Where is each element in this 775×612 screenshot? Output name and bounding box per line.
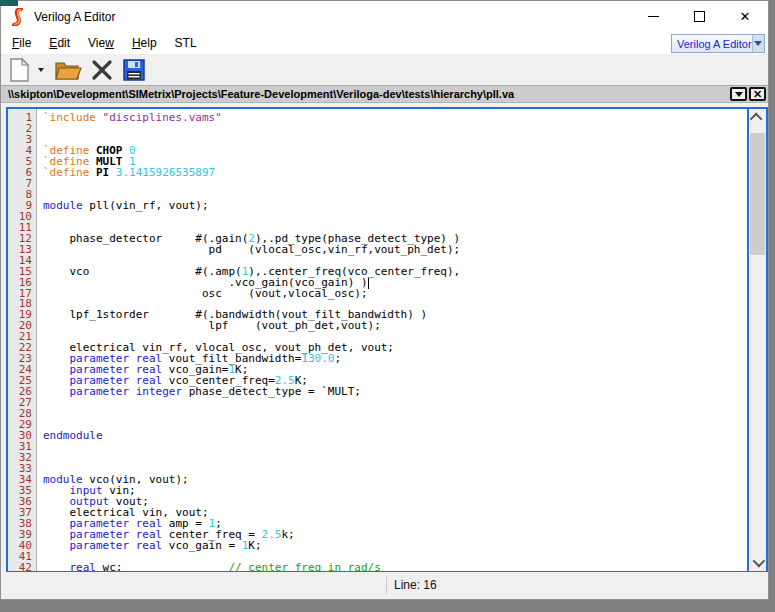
code-line-4[interactable]: `define CHOP 0 xyxy=(43,146,747,157)
minimize-icon xyxy=(648,16,659,17)
save-file-button[interactable] xyxy=(120,56,148,84)
maximize-button[interactable] xyxy=(676,1,722,32)
code-line-40[interactable]: parameter real vco_gain = 1K; xyxy=(43,541,747,552)
code-line-29[interactable] xyxy=(43,420,747,431)
status-bar: Line: 16 xyxy=(1,572,768,599)
code-line-7[interactable] xyxy=(43,179,747,190)
chevron-down-icon xyxy=(753,555,766,568)
minimize-button[interactable] xyxy=(630,1,676,32)
close-button[interactable]: ✕ xyxy=(722,1,768,32)
menu-help[interactable]: Help xyxy=(123,33,166,53)
vertical-scrollbar[interactable] xyxy=(747,109,766,571)
code-line-28[interactable] xyxy=(43,409,747,420)
code-line-6[interactable]: `define PI 3.1415926535897 xyxy=(43,168,747,179)
line-number-gutter: 1234567891011121314151617181920212223242… xyxy=(8,109,37,571)
code-content[interactable]: `include "disciplines.vams"`define CHOP … xyxy=(37,109,747,571)
tab-list-button[interactable] xyxy=(730,87,747,101)
scrollbar-thumb[interactable] xyxy=(750,133,765,255)
menu-bar: FileEditViewHelpSTL xyxy=(1,32,768,54)
scroll-down-button[interactable] xyxy=(749,554,766,571)
menu-view[interactable]: View xyxy=(79,33,123,53)
title-bar[interactable]: Verilog A Editor ✕ xyxy=(1,1,768,32)
app-window: Verilog A Editor ✕ FileEditViewHelpSTL V… xyxy=(0,0,769,600)
code-line-32[interactable] xyxy=(43,453,747,464)
file-tab-bar: \\skipton\Development\SIMetrix\Projects\… xyxy=(1,85,768,103)
tab-close-button[interactable]: ✕ xyxy=(749,87,766,101)
close-file-button[interactable] xyxy=(88,56,116,84)
menu-bar-items: FileEditViewHelpSTL xyxy=(3,33,206,53)
code-line-27[interactable] xyxy=(43,398,747,409)
scroll-up-button[interactable] xyxy=(749,109,766,126)
open-file-button[interactable] xyxy=(52,56,84,84)
tab-close-icon: ✕ xyxy=(753,89,762,100)
code-line-9[interactable]: module pll(vin_rf, vout); xyxy=(43,201,747,212)
menu-file[interactable]: File xyxy=(3,33,40,53)
code-line-13[interactable]: pd (vlocal_osc,vin_rf,vout_ph_det); xyxy=(43,245,747,256)
document-type-select[interactable]: Verilog A Editor xyxy=(671,34,765,53)
code-line-30[interactable]: endmodule xyxy=(43,431,747,442)
file-path[interactable]: \\skipton\Development\SIMetrix\Projects\… xyxy=(1,88,730,100)
window-title: Verilog A Editor xyxy=(34,10,115,24)
code-line-10[interactable] xyxy=(43,212,747,223)
code-editor: 1234567891011121314151617181920212223242… xyxy=(6,107,768,573)
open-file-icon xyxy=(54,58,82,82)
new-file-icon xyxy=(9,58,30,82)
tab-dropdown-icon xyxy=(735,92,743,97)
close-file-icon xyxy=(90,58,114,82)
new-file-dropdown[interactable] xyxy=(36,56,46,84)
line-indicator: Line: 16 xyxy=(394,578,437,592)
code-line-42[interactable]: real wc; // center freq in rad/s xyxy=(43,563,747,571)
code-line-34[interactable]: module vco(vin, vout); xyxy=(43,475,747,486)
toolbar xyxy=(1,54,768,85)
menu-edit[interactable]: Edit xyxy=(40,33,79,53)
app-logo-icon xyxy=(10,8,26,26)
new-file-button[interactable] xyxy=(7,56,32,84)
maximize-icon xyxy=(694,11,705,22)
code-line-26[interactable]: parameter integer phase_detect_type = `M… xyxy=(43,387,747,398)
chevron-up-icon xyxy=(750,113,763,126)
document-type-label: Verilog A Editor xyxy=(672,38,752,50)
text-caret xyxy=(368,278,369,289)
menu-stl[interactable]: STL xyxy=(166,33,206,53)
code-line-17[interactable]: osc (vout,vlocal_osc); xyxy=(43,289,747,300)
status-separator xyxy=(386,577,387,594)
save-file-icon xyxy=(122,58,146,82)
chevron-down-icon xyxy=(754,41,762,46)
close-icon: ✕ xyxy=(740,10,751,23)
new-file-dropdown-icon xyxy=(38,68,44,72)
document-type-arrow[interactable] xyxy=(752,35,764,52)
code-line-3[interactable] xyxy=(43,135,747,146)
code-line-20[interactable]: lpf (vout_ph_det,vout); xyxy=(43,321,747,332)
desktop-artifact xyxy=(0,0,18,6)
code-line-1[interactable]: `include "disciplines.vams" xyxy=(43,113,747,124)
code-line-2[interactable] xyxy=(43,124,747,135)
code-line-31[interactable] xyxy=(43,442,747,453)
